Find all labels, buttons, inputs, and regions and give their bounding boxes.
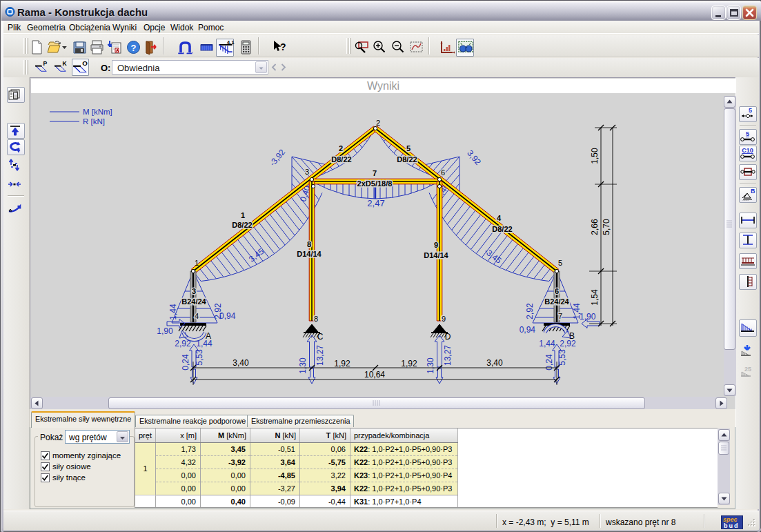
svg-text:7: 7 <box>558 312 562 320</box>
svg-text:O: O <box>82 59 88 67</box>
svg-text:C: C <box>317 332 324 342</box>
svg-text:13,27: 13,27 <box>315 345 325 366</box>
svg-text:6: 6 <box>441 168 445 177</box>
svg-text:2,47: 2,47 <box>367 198 384 208</box>
svg-text:25: 25 <box>744 366 751 373</box>
svg-text:M [kNm]: M [kNm] <box>83 108 112 116</box>
svg-text:0,24: 0,24 <box>181 354 190 371</box>
svg-text:1: 1 <box>195 259 199 267</box>
svg-text:3,92: 3,92 <box>465 148 483 167</box>
svg-text:2,66: 2,66 <box>590 219 600 235</box>
svg-text:2,92: 2,92 <box>560 339 576 348</box>
svg-text:1,92: 1,92 <box>401 359 417 368</box>
svg-text:P: P <box>43 60 47 67</box>
svg-text:B24/24: B24/24 <box>181 297 206 306</box>
svg-text:3: 3 <box>305 168 309 176</box>
svg-text:2: 2 <box>376 119 380 127</box>
svg-text:3,40: 3,40 <box>233 358 249 368</box>
svg-text:D8/22: D8/22 <box>492 225 512 233</box>
svg-text:-3,45: -3,45 <box>482 246 503 266</box>
svg-text:1,44: 1,44 <box>196 339 213 348</box>
svg-text:10,64: 10,64 <box>364 370 385 380</box>
svg-text:B: B <box>751 188 755 195</box>
svg-text:1,92: 1,92 <box>334 359 350 368</box>
svg-text:1,44: 1,44 <box>539 339 555 348</box>
svg-text:4: 4 <box>195 312 199 320</box>
svg-text:2xD5/18/8: 2xD5/18/8 <box>357 179 393 188</box>
svg-text:5: 5 <box>406 144 411 152</box>
svg-text:4,1: 4,1 <box>227 39 235 46</box>
svg-text:1,90: 1,90 <box>580 312 596 322</box>
svg-text:3,40: 3,40 <box>486 358 503 368</box>
svg-text:D8/22: D8/22 <box>232 221 252 229</box>
svg-text:1,50: 1,50 <box>590 148 600 164</box>
svg-text:0,94: 0,94 <box>520 325 536 335</box>
svg-text:D14/14: D14/14 <box>424 251 448 259</box>
svg-text:1: 1 <box>241 211 245 219</box>
svg-text:0,94: 0,94 <box>219 311 236 321</box>
svg-text:C10: C10 <box>742 147 753 154</box>
svg-text:13,27: 13,27 <box>443 345 453 366</box>
svg-text:D: D <box>445 332 451 342</box>
svg-text:5,70: 5,70 <box>602 219 611 235</box>
svg-text:?: ? <box>131 43 137 53</box>
svg-text:D8/22: D8/22 <box>331 155 351 164</box>
svg-text:8: 8 <box>314 315 318 323</box>
svg-text:1,54: 1,54 <box>590 289 600 306</box>
svg-text:1,44: 1,44 <box>168 304 178 320</box>
svg-text:6: 6 <box>555 287 559 295</box>
svg-text:1,30: 1,30 <box>426 357 435 374</box>
svg-text:5,53: 5,53 <box>557 349 567 366</box>
svg-text:2: 2 <box>339 144 343 152</box>
svg-text:K: K <box>62 60 67 67</box>
svg-text:5,53: 5,53 <box>195 349 204 366</box>
svg-text:D14/14: D14/14 <box>297 250 322 258</box>
svg-text:R [kN]: R [kN] <box>83 117 105 126</box>
svg-text:2,92: 2,92 <box>525 303 535 319</box>
svg-text:D8/22: D8/22 <box>397 155 417 164</box>
svg-text:1,30: 1,30 <box>298 357 308 374</box>
svg-text:2,92: 2,92 <box>175 339 191 348</box>
svg-text:-3,92: -3,92 <box>268 147 288 168</box>
svg-text:B24/24: B24/24 <box>544 297 569 306</box>
svg-text:9: 9 <box>434 241 438 249</box>
svg-text:5: 5 <box>746 130 749 137</box>
svg-text:4: 4 <box>497 214 502 222</box>
svg-text:7: 7 <box>373 169 377 177</box>
svg-text:?: ? <box>280 41 286 52</box>
svg-text:5: 5 <box>749 107 752 114</box>
svg-text:3: 3 <box>192 287 196 295</box>
svg-text:8: 8 <box>307 240 311 248</box>
svg-text:1,90: 1,90 <box>157 326 173 336</box>
svg-text:5: 5 <box>558 259 562 267</box>
svg-text:9: 9 <box>442 315 446 323</box>
